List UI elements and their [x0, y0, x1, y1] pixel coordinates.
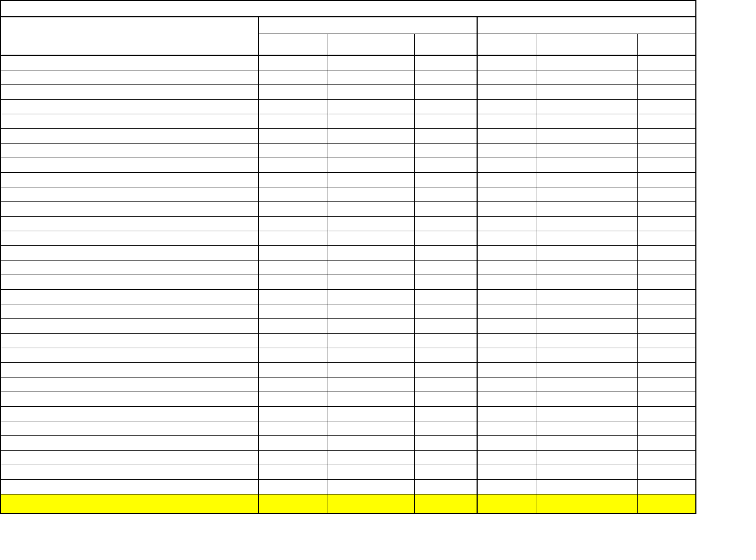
table-cell: [1, 407, 258, 421]
table-cell: [477, 231, 537, 246]
table-cell: [258, 421, 328, 436]
table-cell: [414, 290, 477, 304]
table-cell: [537, 304, 637, 319]
table-cell: [258, 55, 328, 70]
table-cell: [258, 465, 328, 480]
table-cell: [637, 114, 696, 129]
table-cell: [637, 85, 696, 100]
table-row: [1, 158, 696, 173]
table-cell: [258, 304, 328, 319]
table-cell: [637, 70, 696, 85]
table-cell: [477, 100, 537, 114]
table-row: [1, 407, 696, 421]
header-sub-4: [537, 34, 637, 56]
table-cell: [1, 290, 258, 304]
table-cell: [1, 158, 258, 173]
table-cell: [328, 100, 414, 114]
table-cell: [477, 129, 537, 144]
table-cell: [328, 70, 414, 85]
table-cell: [328, 261, 414, 275]
total-cell-1: [258, 494, 328, 514]
table-cell: [328, 407, 414, 421]
table-cell: [537, 334, 637, 348]
table-cell: [477, 261, 537, 275]
table-cell: [1, 144, 258, 158]
table-cell: [328, 363, 414, 377]
table-row: [1, 290, 696, 304]
table-cell: [1, 334, 258, 348]
table-cell: [637, 319, 696, 334]
table-cell: [537, 70, 637, 85]
table-cell: [637, 290, 696, 304]
table-cell: [1, 363, 258, 377]
table-cell: [537, 465, 637, 480]
table-cell: [477, 158, 537, 173]
table-cell: [414, 304, 477, 319]
table-cell: [328, 334, 414, 348]
table-row: [1, 144, 696, 158]
table-cell: [328, 129, 414, 144]
table-cell: [1, 55, 258, 70]
table-cell: [258, 173, 328, 187]
table-cell: [328, 158, 414, 173]
table-cell: [537, 246, 637, 261]
header-sub-1: [328, 34, 414, 56]
table-row: [1, 202, 696, 217]
table-cell: [1, 275, 258, 290]
table-cell: [414, 158, 477, 173]
table-cell: [328, 246, 414, 261]
table-cell: [477, 334, 537, 348]
header-group2: [477, 17, 696, 34]
table-cell: [477, 114, 537, 129]
table-cell: [1, 319, 258, 334]
table-cell: [1, 480, 258, 494]
table-row: [1, 392, 696, 407]
table-row: [1, 377, 696, 392]
table-cell: [414, 392, 477, 407]
table-cell: [258, 187, 328, 202]
table-cell: [637, 261, 696, 275]
table-row: [1, 275, 696, 290]
table-cell: [537, 55, 637, 70]
table-cell: [1, 202, 258, 217]
table-cell: [637, 217, 696, 231]
table-cell: [477, 290, 537, 304]
table-cell: [1, 348, 258, 363]
table-cell: [328, 451, 414, 465]
table-cell: [1, 187, 258, 202]
total-cell-4: [477, 494, 537, 514]
table-cell: [328, 144, 414, 158]
table-cell: [258, 144, 328, 158]
table-cell: [258, 85, 328, 100]
table-cell: [414, 70, 477, 85]
table-cell: [414, 348, 477, 363]
table-cell: [637, 304, 696, 319]
table-cell: [1, 85, 258, 100]
table-title: [1, 1, 696, 17]
table-cell: [1, 392, 258, 407]
table-cell: [537, 451, 637, 465]
table-cell: [477, 144, 537, 158]
table-cell: [328, 202, 414, 217]
table-cell: [637, 173, 696, 187]
table-cell: [477, 70, 537, 85]
table-cell: [1, 451, 258, 465]
table-cell: [537, 231, 637, 246]
table-row: [1, 421, 696, 436]
table-cell: [537, 363, 637, 377]
table-cell: [637, 407, 696, 421]
table-cell: [414, 451, 477, 465]
table-cell: [637, 55, 696, 70]
table-cell: [258, 202, 328, 217]
table-cell: [414, 202, 477, 217]
table-cell: [477, 246, 537, 261]
table-cell: [537, 187, 637, 202]
table-cell: [637, 144, 696, 158]
table-cell: [1, 231, 258, 246]
table-row: [1, 261, 696, 275]
total-cell-2: [328, 494, 414, 514]
table-cell: [414, 55, 477, 70]
table-cell: [328, 217, 414, 231]
table-cell: [258, 451, 328, 465]
table-cell: [414, 465, 477, 480]
